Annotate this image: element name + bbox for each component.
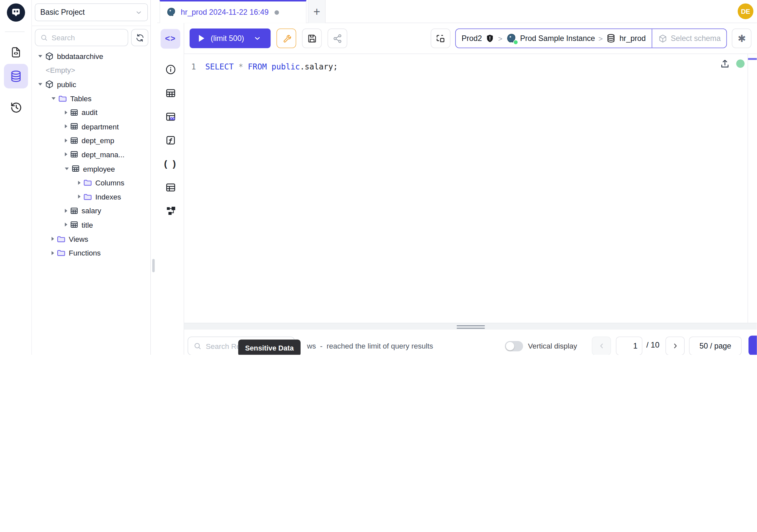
table-search-panel-button[interactable] <box>161 105 180 128</box>
diagram-icon <box>166 205 176 216</box>
info-icon <box>165 64 176 75</box>
caret-right-icon[interactable] <box>65 124 68 128</box>
batch-query-button[interactable] <box>431 28 450 48</box>
tables-panel-button[interactable] <box>161 81 180 105</box>
tree-item-indexes[interactable]: Indexes <box>32 190 151 204</box>
sql-editor[interactable]: 1 SELECT * FROM public.salary; <box>184 54 757 323</box>
tree-item-dept-mana[interactable]: dept_mana... <box>32 147 151 162</box>
editor-scrollbar-track <box>747 54 748 323</box>
tree-item-salary[interactable]: salary <box>32 204 151 218</box>
refresh-icon <box>135 33 144 42</box>
tree-item-empty[interactable]: <Empty> <box>32 63 151 77</box>
rail-item-history[interactable] <box>4 97 28 119</box>
sidebar-divider <box>32 25 151 26</box>
code-panel-button[interactable]: <> <box>161 29 180 49</box>
functions-panel-button[interactable] <box>161 128 180 152</box>
left-rail <box>0 0 32 355</box>
page-size-select[interactable]: 50 / page <box>689 337 742 355</box>
info-dash: - <box>320 342 323 350</box>
query-options-button[interactable] <box>277 28 296 48</box>
share-sheet-button[interactable] <box>328 28 348 48</box>
caret-right-icon[interactable] <box>65 223 68 227</box>
tree-item-tables[interactable]: Tables <box>32 91 151 106</box>
tree-item-dept-emp[interactable]: dept_emp <box>32 133 151 147</box>
table-icon <box>70 220 78 229</box>
tree-item-label: Views <box>69 235 88 243</box>
environment-label: Prod2 <box>462 34 482 43</box>
caret-down-icon[interactable] <box>38 83 42 85</box>
sidebar-search-input[interactable] <box>52 33 123 42</box>
user-avatar[interactable]: DE <box>738 4 753 19</box>
worksheet-icon <box>10 46 22 58</box>
tree-item-title[interactable]: title <box>32 218 151 232</box>
search-icon <box>40 34 48 42</box>
database-icon <box>606 33 616 43</box>
connection-context[interactable]: Prod2 > Prod Sample Instance > <box>456 29 651 48</box>
tree-item-columns[interactable]: Columns <box>32 175 151 190</box>
tree-item-label: dept_emp <box>81 136 114 145</box>
tree-item-views[interactable]: Views <box>32 232 151 246</box>
refresh-schema-button[interactable] <box>131 29 149 47</box>
run-query-button[interactable]: (limit 500) <box>190 28 271 48</box>
editor-icon-strip: <> ( ) <box>157 23 184 355</box>
tree-item-label: salary <box>81 206 101 215</box>
tree-item-audit[interactable]: audit <box>32 106 151 120</box>
export-button[interactable] <box>748 336 757 355</box>
sidebar-resize-handle[interactable] <box>152 259 155 272</box>
tree-item-label: audit <box>81 108 98 117</box>
tree-item-public[interactable]: public <box>32 77 151 91</box>
caret-right-icon[interactable] <box>65 139 68 142</box>
caret-right-icon[interactable] <box>65 209 68 213</box>
tree-item-bbdataarchive[interactable]: bbdataarchive <box>32 49 151 63</box>
parentheses-icon: ( ) <box>164 158 177 169</box>
external-tables-panel-button[interactable] <box>161 175 180 199</box>
schema-tree: bbdataarchive<Empty>publicTablesauditdep… <box>32 49 151 260</box>
procedures-panel-button[interactable]: ( ) <box>161 152 180 175</box>
caret-right-icon[interactable] <box>78 195 81 199</box>
connection-breadcrumb: Prod2 > Prod Sample Instance > <box>455 28 727 48</box>
save-sheet-button[interactable] <box>302 28 322 48</box>
schema-select[interactable]: Select schema <box>651 29 727 48</box>
tree-item-employee[interactable]: employee <box>32 162 151 175</box>
prev-page-button[interactable] <box>592 337 611 355</box>
sql-line-content: SELECT * FROM public.salary; <box>205 61 338 73</box>
tree-item-department[interactable]: department <box>32 119 151 133</box>
tree-item-functions[interactable]: Functions <box>32 246 151 260</box>
vertical-display-toggle[interactable] <box>505 341 523 352</box>
caret-right-icon[interactable] <box>65 153 68 157</box>
sql-line-1: 1 SELECT * FROM public.salary; <box>184 61 338 73</box>
shield-alert-icon <box>485 34 495 43</box>
project-select[interactable]: Basic Project <box>35 4 148 21</box>
project-select-value: Basic Project <box>40 8 85 17</box>
schema-diagram-panel-button[interactable] <box>161 199 180 223</box>
next-page-button[interactable] <box>666 337 685 355</box>
ai-assistant-button[interactable]: ✱ <box>732 28 752 48</box>
tree-item-label: bbdataarchive <box>57 52 103 61</box>
function-icon <box>165 134 176 146</box>
caret-down-icon[interactable] <box>65 168 69 170</box>
panel-resize-handle[interactable] <box>184 323 757 330</box>
avatar-initials: DE <box>741 8 750 15</box>
rail-item-worksheet[interactable] <box>4 41 28 63</box>
upload-sql-icon[interactable] <box>720 59 731 70</box>
caret-right-icon[interactable] <box>78 180 81 184</box>
caret-right-icon[interactable] <box>52 237 54 241</box>
run-button-label: (limit 500) <box>211 34 244 43</box>
table-icon <box>70 150 78 159</box>
cube-icon <box>45 79 54 89</box>
info-panel-button[interactable] <box>161 58 180 81</box>
folder-icon <box>83 192 93 202</box>
caret-down-icon[interactable] <box>52 97 56 100</box>
editor-overview-marker <box>748 58 757 60</box>
new-tab-button[interactable]: + <box>308 0 326 23</box>
tab-hr-prod[interactable]: hr_prod 2024-11-22 16:49 <box>160 0 307 23</box>
bytebase-logo-icon[interactable] <box>7 4 25 22</box>
caret-right-icon[interactable] <box>52 251 54 255</box>
table-icon <box>165 87 176 99</box>
rail-item-database[interactable] <box>4 64 28 88</box>
sidebar-search[interactable] <box>35 29 128 47</box>
caret-right-icon[interactable] <box>65 110 68 114</box>
caret-down-icon[interactable] <box>38 55 42 58</box>
run-options-chevron-icon[interactable] <box>254 34 261 42</box>
page-number-input[interactable]: 1 <box>616 337 642 355</box>
